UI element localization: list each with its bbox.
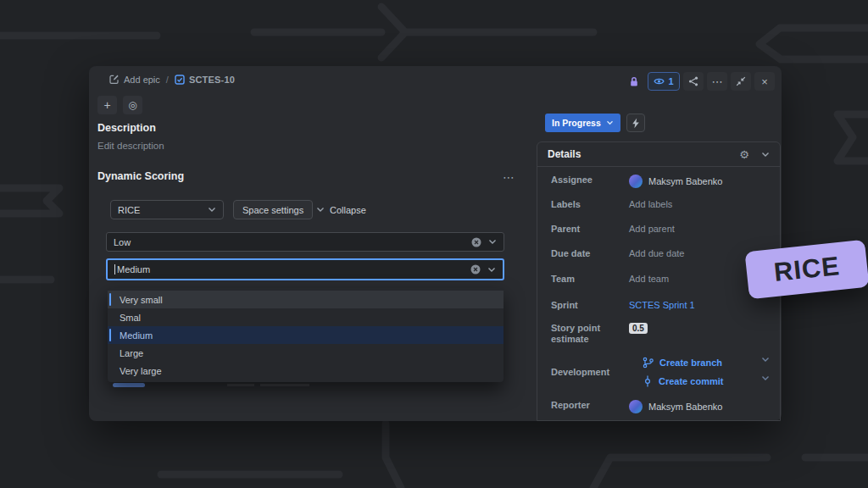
- issue-key: SCTES-10: [189, 75, 235, 85]
- team-value[interactable]: Add team: [629, 274, 669, 284]
- chevron-down-icon: [761, 375, 770, 381]
- branch-icon: [643, 357, 654, 369]
- status-dropdown-button[interactable]: In Progress: [545, 114, 620, 132]
- quick-add-toolbar: + ◎: [97, 96, 142, 114]
- story-point-value[interactable]: 0.5: [629, 323, 648, 334]
- branch-chevron[interactable]: [761, 357, 770, 363]
- score-field-value: Medium: [117, 264, 150, 274]
- apps-icon: ◎: [128, 99, 136, 111]
- details-title: Details: [548, 148, 739, 160]
- field-label: Assignee: [537, 175, 629, 186]
- share-icon: [688, 76, 698, 86]
- assignee-value[interactable]: Maksym Babenko: [629, 175, 722, 188]
- restricted-access-button[interactable]: [624, 72, 644, 91]
- score-progress-track: [260, 384, 309, 386]
- collapse-toggle[interactable]: Collapse: [316, 200, 366, 219]
- create-branch-link[interactable]: Create branch: [643, 357, 722, 369]
- sprint-link[interactable]: SCTES Sprint 1: [629, 300, 695, 310]
- dropdown-option[interactable]: Medium: [108, 326, 504, 344]
- field-row-reporter: Reporter Maksym Babenko: [537, 400, 780, 413]
- add-epic-button[interactable]: Add epic: [108, 74, 160, 85]
- commit-chevron[interactable]: [761, 375, 770, 381]
- watchers-count: 1: [668, 76, 673, 86]
- due-date-value[interactable]: Add due date: [629, 248, 684, 258]
- dynamic-scoring-title: Dynamic Scoring: [97, 170, 184, 182]
- field-row-labels: Labels Add labels: [537, 199, 780, 210]
- dynamic-scoring-more-button[interactable]: ⋯: [503, 170, 516, 184]
- chevron-down-icon[interactable]: [488, 239, 497, 245]
- avatar: [629, 175, 643, 188]
- dropdown-option[interactable]: Large: [108, 344, 504, 362]
- framework-select[interactable]: RICE: [110, 200, 224, 219]
- framework-value: RICE: [118, 205, 140, 215]
- dropdown-option[interactable]: Very large: [108, 362, 504, 380]
- field-row-due-date: Due date Add due date: [537, 248, 780, 259]
- chevron-down-icon: [208, 207, 216, 213]
- reporter-name: Maksym Babenko: [648, 402, 722, 412]
- story-point-badge: 0.5: [629, 323, 648, 334]
- breadcrumb: Add epic / SCTES-10: [108, 74, 235, 85]
- details-header[interactable]: Details ⚙: [537, 142, 780, 167]
- chevron-down-icon: [606, 120, 614, 125]
- plus-icon: +: [103, 98, 110, 112]
- field-label: Reporter: [537, 400, 629, 411]
- field-label: Due date: [537, 248, 629, 259]
- issue-key-link[interactable]: SCTES-10: [175, 75, 235, 85]
- shrink-icon: [736, 76, 746, 86]
- collapse-window-button[interactable]: [731, 72, 751, 91]
- collapse-label: Collapse: [330, 205, 366, 215]
- status-row: In Progress: [545, 114, 645, 132]
- field-row-team: Team Add team: [537, 274, 780, 285]
- space-settings-label: Space settings: [242, 205, 303, 215]
- clear-icon[interactable]: [470, 264, 481, 274]
- close-icon: ×: [761, 75, 768, 88]
- score-field-impact[interactable]: Medium: [106, 258, 504, 280]
- dropdown-option[interactable]: Very small: [108, 291, 504, 308]
- task-checkbox-icon: [175, 75, 185, 85]
- field-label: Parent: [537, 224, 629, 235]
- score-field-reach[interactable]: Low: [106, 232, 504, 252]
- share-button[interactable]: [683, 72, 704, 91]
- chevron-down-icon: [761, 357, 770, 363]
- rice-sticker-text: RICE: [772, 251, 841, 288]
- chevron-down-icon[interactable]: [761, 152, 770, 158]
- chevron-down-icon[interactable]: [487, 267, 496, 273]
- lock-icon: [629, 76, 639, 87]
- avatar: [629, 400, 643, 413]
- commit-icon: [643, 375, 653, 387]
- field-label: Team: [537, 274, 629, 285]
- apps-button[interactable]: ◎: [123, 96, 142, 114]
- edit-icon: [108, 74, 120, 85]
- field-row-story-points: Story point estimate 0.5: [537, 323, 780, 345]
- space-settings-button[interactable]: Space settings: [233, 200, 313, 219]
- reporter-value[interactable]: Maksym Babenko: [629, 400, 722, 413]
- assignee-name: Maksym Babenko: [648, 176, 722, 186]
- more-horizontal-icon: ⋯: [503, 170, 516, 184]
- gear-icon[interactable]: ⚙: [739, 148, 749, 161]
- field-label: Development: [537, 367, 629, 378]
- create-branch-label: Create branch: [659, 358, 722, 368]
- field-row-assignee: Assignee Maksym Babenko: [537, 175, 780, 188]
- more-actions-button[interactable]: ⋯: [707, 72, 727, 91]
- dropdown-option[interactable]: Smal: [108, 308, 504, 326]
- field-icons: [471, 237, 497, 247]
- automation-button[interactable]: [626, 114, 645, 132]
- add-button[interactable]: +: [97, 96, 117, 114]
- create-commit-link[interactable]: Create commit: [643, 375, 723, 387]
- more-horizontal-icon: ⋯: [712, 75, 723, 88]
- lightning-icon: [632, 118, 640, 129]
- watchers-button[interactable]: 1: [648, 72, 680, 91]
- score-options-dropdown: Very small Smal Medium Large Very large: [108, 288, 504, 382]
- breadcrumb-separator: /: [166, 75, 169, 85]
- text-cursor: [114, 264, 115, 274]
- field-row-sprint: Sprint SCTES Sprint 1: [537, 300, 780, 311]
- details-panel: Details ⚙ Assignee Maksym Babenko Labels…: [537, 141, 781, 421]
- close-button[interactable]: ×: [754, 72, 775, 91]
- description-placeholder[interactable]: Edit description: [97, 141, 164, 151]
- issue-modal: Add epic / SCTES-10 1: [89, 66, 782, 421]
- field-icons: [470, 264, 496, 274]
- status-label: In Progress: [552, 118, 601, 128]
- parent-value[interactable]: Add parent: [629, 224, 675, 234]
- clear-icon[interactable]: [471, 237, 481, 247]
- labels-value[interactable]: Add labels: [629, 199, 672, 209]
